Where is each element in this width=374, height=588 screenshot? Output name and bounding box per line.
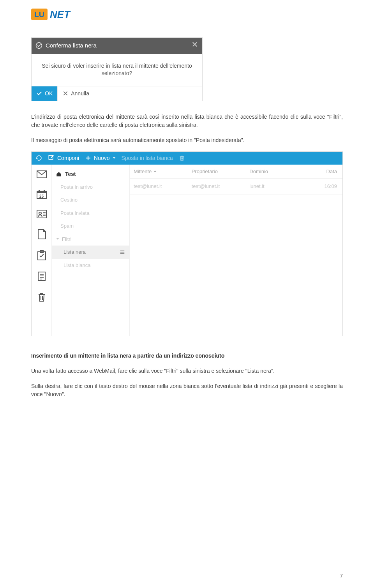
app-rail: 25 xyxy=(32,165,52,336)
trash-app-icon[interactable] xyxy=(37,292,46,302)
root-folder-label: Test xyxy=(65,170,76,178)
folder-spam[interactable]: Spam xyxy=(52,219,129,233)
notes-app-icon[interactable] xyxy=(37,229,46,239)
filter-blacklist[interactable]: Lista nera xyxy=(52,246,129,259)
paragraph-3: Una volta fatto accesso a WebMail, fare … xyxy=(31,367,343,375)
close-icon[interactable] xyxy=(191,41,198,51)
x-icon xyxy=(62,90,69,97)
check-icon xyxy=(36,90,42,97)
confirm-dialog: Conferma lista nera Sei sicuro di voler … xyxy=(31,37,203,101)
compose-icon xyxy=(48,154,55,161)
chevron-down-icon xyxy=(112,156,116,160)
compose-label: Componi xyxy=(57,154,79,162)
logo-right-text: NET xyxy=(50,9,71,20)
filter-whitelist[interactable]: Lista bianca xyxy=(52,259,129,272)
col-owner[interactable]: Proprietario xyxy=(192,168,246,176)
paragraph-1: L'indirizzo di posta elettronica del mit… xyxy=(31,113,343,129)
plus-icon xyxy=(85,154,92,161)
paragraph-4: Sulla destra, fare clic con il tasto des… xyxy=(31,382,343,398)
sort-asc-icon xyxy=(153,169,157,173)
col-domain[interactable]: Dominio xyxy=(249,168,303,176)
ok-button-label: OK xyxy=(45,90,53,98)
chevron-down-icon xyxy=(56,237,60,241)
paragraph-2: Il messaggio di posta elettronica sarà a… xyxy=(31,136,343,144)
trash-toolbar-button[interactable] xyxy=(178,154,185,161)
contacts-app-icon[interactable] xyxy=(37,210,47,218)
cancel-button-label: Annulla xyxy=(71,90,89,98)
check-circle-icon xyxy=(35,42,42,49)
page-number: 7 xyxy=(340,572,343,580)
logo-svg: LU NET xyxy=(31,8,86,22)
cell-domain: lunet.it xyxy=(249,183,303,190)
calendar-app-icon[interactable]: 25 xyxy=(37,190,47,199)
section-heading: Inserimento di un mittente in lista nera… xyxy=(31,352,343,360)
col-sender[interactable]: Mittente xyxy=(134,168,188,176)
svg-point-9 xyxy=(39,212,41,214)
new-button[interactable]: Nuovo xyxy=(85,154,116,162)
dialog-body: Sei sicuro di voler inserire in lista ne… xyxy=(32,54,202,86)
folder-inbox[interactable]: Posta in arrivo xyxy=(52,181,129,194)
folder-tree: Test Posta in arrivo Cestino Posta invia… xyxy=(52,165,130,336)
cell-sender: test@lunet.it xyxy=(134,183,188,190)
filters-section[interactable]: Filtri xyxy=(52,233,129,246)
menu-icon[interactable] xyxy=(119,249,125,255)
calendar-day-number: 25 xyxy=(37,193,47,199)
mail-app-icon[interactable] xyxy=(37,170,47,179)
new-label: Nuovo xyxy=(94,154,109,162)
filter-blacklist-label: Lista nera xyxy=(64,248,86,256)
refresh-icon xyxy=(35,154,42,161)
refresh-button[interactable] xyxy=(35,154,42,161)
table-row[interactable]: test@lunet.it test@lunet.it lunet.it 16:… xyxy=(130,179,342,195)
svg-rect-7 xyxy=(44,190,45,192)
dialog-header: Conferma lista nera xyxy=(32,38,202,54)
cancel-button[interactable]: Annulla xyxy=(58,86,94,101)
logo: LU NET xyxy=(31,8,343,22)
move-whitelist-button[interactable]: Sposta in lista bianca xyxy=(122,154,173,162)
folder-sent[interactable]: Posta inviata xyxy=(52,207,129,220)
dialog-footer: OK Annulla xyxy=(32,86,202,101)
entries-table: Mittente Proprietario Dominio Data test@… xyxy=(130,165,342,336)
trash-icon xyxy=(178,154,185,161)
filter-whitelist-label: Lista bianca xyxy=(64,262,90,269)
webmail-toolbar: Componi Nuovo Sposta in lista bianca xyxy=(32,152,342,165)
compose-button[interactable]: Componi xyxy=(48,154,79,162)
cell-date: 16:09 xyxy=(307,183,339,190)
svg-rect-5 xyxy=(37,191,46,193)
table-header: Mittente Proprietario Dominio Data xyxy=(130,165,342,179)
cell-owner: test@lunet.it xyxy=(192,183,246,190)
svg-rect-6 xyxy=(39,190,40,192)
home-icon xyxy=(56,171,62,177)
ok-button[interactable]: OK xyxy=(32,86,58,101)
logo-left-text: LU xyxy=(34,10,45,19)
move-whitelist-label: Sposta in lista bianca xyxy=(122,154,173,162)
root-folder[interactable]: Test xyxy=(52,168,129,181)
dialog-title: Conferma lista nera xyxy=(46,41,191,50)
folder-trash[interactable]: Cestino xyxy=(52,193,129,207)
filters-label: Filtri xyxy=(62,235,72,243)
documents-app-icon[interactable] xyxy=(37,271,46,281)
tasks-app-icon[interactable] xyxy=(37,250,46,260)
col-date[interactable]: Data xyxy=(307,168,339,176)
webmail-screenshot: Componi Nuovo Sposta in lista bianca xyxy=(31,151,343,336)
